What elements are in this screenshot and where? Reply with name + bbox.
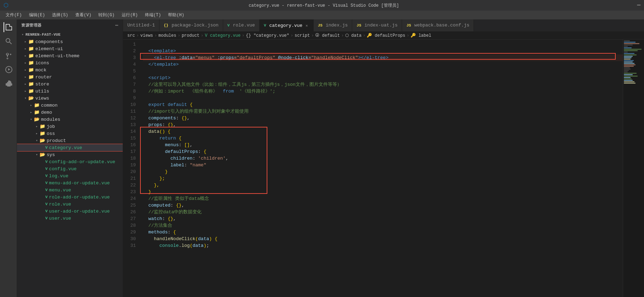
sidebar-item-config-add[interactable]: V config-add-or-update.vue	[17, 158, 123, 165]
sidebar-item-element-ui-theme[interactable]: 📁 element-ui-theme	[17, 52, 123, 59]
menu-label: menu.vue	[49, 188, 71, 193]
tab-role[interactable]: V role.vue	[223, 19, 260, 31]
sidebar-item-oss[interactable]: 📁 oss	[17, 130, 123, 137]
tab-category[interactable]: V category.vue ✕	[260, 19, 314, 31]
activity-explorer[interactable]	[4, 22, 13, 32]
breadcrumb: src › views › modules › product › V cate…	[123, 32, 644, 40]
sidebar-item-role-add[interactable]: V role-add-or-update.vue	[17, 194, 123, 201]
sidebar-item-category-vue[interactable]: V category.vue	[17, 144, 123, 151]
element-ui-theme-label: element-ui-theme	[35, 53, 80, 59]
sidebar-item-router[interactable]: 📁 router	[17, 73, 123, 81]
sidebar-item-job[interactable]: 📁 job	[17, 123, 123, 130]
sidebar-item-user[interactable]: V user.vue	[17, 215, 123, 222]
tab-index-label: index.js	[326, 23, 348, 28]
sidebar-item-modules[interactable]: 📂 modules	[17, 116, 123, 123]
code-line-28: //方法集合	[143, 222, 623, 229]
vue-tab-icon-active: V	[264, 23, 266, 28]
breadcrumb-product[interactable]: product	[182, 33, 199, 38]
sidebar-item-components[interactable]: 📁 components	[17, 38, 123, 45]
code-line-11: //import引入的组件需要注入到对象中才能使用	[143, 108, 623, 115]
sys-arrow	[34, 152, 40, 158]
menu-edit[interactable]: 编辑(E)	[26, 11, 48, 19]
folder-icon: 📁	[28, 74, 34, 80]
sidebar-actions[interactable]: ⋯	[115, 22, 118, 28]
tab-webpack-label: webpack.base.conf.js	[414, 23, 469, 28]
sidebar-item-user-add[interactable]: V user-add-or-update.vue	[17, 208, 123, 215]
sidebar-item-mock[interactable]: 📁 mock	[17, 66, 123, 73]
menu-file[interactable]: 文件(F)	[3, 11, 25, 19]
tab-index[interactable]: JS index.js	[314, 19, 353, 31]
breadcrumb-src[interactable]: src	[127, 33, 135, 38]
breadcrumb-category-json[interactable]: {} "category.vue"	[246, 33, 289, 38]
element-ui-arrow	[23, 46, 28, 52]
code-line-27: watch: {},	[143, 215, 623, 222]
root-arrow	[20, 32, 25, 37]
sys-label: sys	[47, 152, 55, 158]
tab-index-uat[interactable]: JS index-uat.js	[352, 19, 402, 31]
breadcrumb-modules[interactable]: modules	[158, 33, 176, 38]
menu-help[interactable]: 帮助(H)	[165, 11, 187, 19]
js-tab-icon: JS	[318, 23, 323, 28]
sidebar-item-product[interactable]: 📂 product	[17, 137, 123, 144]
sidebar-item-store[interactable]: 📁 store	[17, 81, 123, 88]
element-ui-theme-arrow	[23, 53, 28, 59]
sidebar-item-config[interactable]: V config.vue	[17, 165, 123, 172]
tab-untitled[interactable]: Untitled-1	[123, 19, 159, 31]
folder-icon: 📁	[28, 60, 34, 66]
sidebar-item-element-ui[interactable]: 📁 element-ui	[17, 45, 123, 52]
minimize-button[interactable]: ─	[637, 2, 640, 8]
activity-source-control[interactable]	[4, 51, 13, 60]
breadcrumb-script[interactable]: script	[295, 33, 310, 38]
breadcrumb-label[interactable]: 🔑 label	[411, 33, 431, 38]
breadcrumb-defaultprops[interactable]: 🔑 defaultProps	[367, 33, 405, 38]
activity-debug[interactable]	[4, 65, 13, 75]
activity-search[interactable]	[4, 36, 13, 46]
code-editor[interactable]: 1 2 3 4 5 6 7 8 9 10 11 12 13 14 15 16 1	[123, 40, 623, 297]
tab-webpack[interactable]: JS webpack.base.conf.js	[402, 19, 474, 31]
tab-close-button[interactable]: ✕	[304, 23, 309, 28]
code-content[interactable]: <template> <el-tree :data="menus" :props…	[140, 40, 623, 297]
code-line-22: },	[143, 182, 623, 189]
sidebar-item-menu[interactable]: V menu.vue	[17, 186, 123, 194]
tree-root[interactable]: RENREN-FAST-VUE	[17, 31, 123, 38]
sidebar-item-menu-add[interactable]: V menu-add-or-update.vue	[17, 179, 123, 186]
vue-tab-icon: V	[227, 23, 230, 28]
folder-icon: 📁	[28, 67, 34, 73]
folder-icon: 📁	[34, 102, 40, 108]
menu-view[interactable]: 查看(V)	[72, 11, 94, 19]
sidebar-item-icons[interactable]: 📁 icons	[17, 59, 123, 66]
menu-run[interactable]: 运行(R)	[119, 11, 141, 19]
menu-select[interactable]: 选择(S)	[49, 11, 71, 19]
code-line-6: <script>	[143, 75, 623, 81]
product-label: product	[47, 138, 66, 143]
breadcrumb-data[interactable]: ⬡ data	[345, 33, 361, 38]
tab-package-lock[interactable]: {} package-lock.json	[159, 19, 223, 31]
breadcrumb-category-vue[interactable]: V category.vue	[205, 33, 240, 38]
sidebar-item-log[interactable]: V log.vue	[17, 172, 123, 179]
log-label: log.vue	[49, 173, 69, 179]
line-numbers: 1 2 3 4 5 6 7 8 9 10 11 12 13 14 15 16 1	[123, 40, 140, 297]
code-line-1	[143, 41, 623, 48]
sidebar-item-views[interactable]: 📂 views	[17, 95, 123, 102]
menu-terminal[interactable]: 终端(T)	[142, 11, 164, 19]
js-tab-icon-uat: JS	[356, 23, 361, 28]
vue-icon: V	[45, 195, 48, 199]
code-line-3: <el-tree :data="menus" :props="defaultPr…	[143, 54, 623, 61]
sidebar-item-demo[interactable]: 📁 demo	[17, 109, 123, 116]
code-line-9	[143, 95, 623, 101]
folder-icon: 📁	[28, 88, 34, 94]
sidebar-item-sys[interactable]: 📂 sys	[17, 151, 123, 158]
breadcrumb-views[interactable]: views	[140, 33, 153, 38]
code-line-29: methods: {	[143, 229, 623, 236]
code-editor-container: 1 2 3 4 5 6 7 8 9 10 11 12 13 14 15 16 1	[123, 40, 644, 297]
menu-goto[interactable]: 转到(G)	[95, 11, 117, 19]
sidebar-item-role[interactable]: V role.vue	[17, 201, 123, 208]
code-line-15: return {	[143, 135, 623, 142]
breadcrumb-default[interactable]: ⦿ default	[315, 33, 340, 38]
json-icon: {}	[164, 23, 168, 28]
sidebar-item-utils[interactable]: 📁 utils	[17, 88, 123, 95]
activity-extensions[interactable]	[4, 79, 13, 89]
config-add-label: config-add-or-update.vue	[49, 159, 115, 165]
title-bar: ⬡ category.vue - renren-fast-vue - Visua…	[0, 0, 644, 11]
sidebar-item-common[interactable]: 📁 common	[17, 102, 123, 109]
